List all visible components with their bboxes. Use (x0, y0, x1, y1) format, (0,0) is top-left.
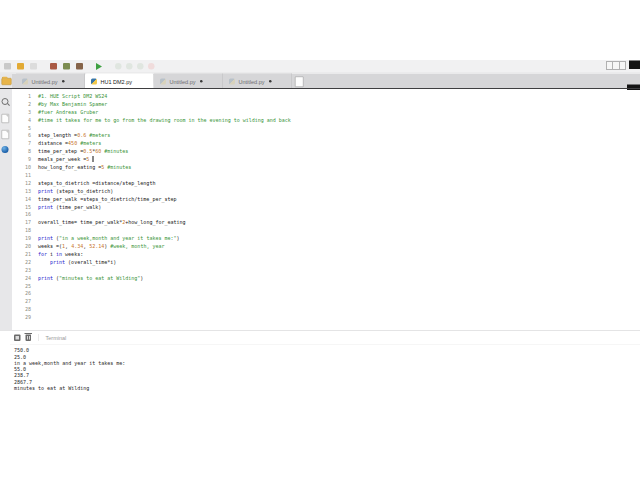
code-line[interactable]: 25 (12, 282, 291, 290)
code-line[interactable]: 19print ("in a week,month and year it ta… (12, 234, 291, 242)
tool-icon-3[interactable] (76, 63, 83, 70)
new-tab-button[interactable] (295, 77, 304, 88)
tab-label: Untitled.py (32, 78, 58, 84)
code-line[interactable]: 11 (12, 171, 291, 179)
run-icon[interactable] (96, 63, 102, 70)
code-line[interactable]: 5 (12, 124, 291, 132)
code-line[interactable]: 7distance =450 #meters (12, 139, 291, 147)
python-file-icon (160, 78, 166, 84)
screen-edge-artifact-top (629, 61, 640, 70)
code-line[interactable]: 12steps_to_dietrich =distance/step_lengt… (12, 179, 291, 187)
code-text: print ("in a week,month and year it take… (38, 235, 180, 241)
tool-icon-1[interactable] (50, 63, 57, 70)
code-text: #by Max Benjamin Spamer (38, 101, 107, 107)
code-line[interactable]: 23 (12, 266, 291, 274)
line-number: 2 (12, 101, 38, 107)
tab-1[interactable]: Untitled.py (16, 74, 85, 90)
code-line[interactable]: 26 (12, 289, 291, 297)
code-line[interactable]: 10how_long_for_eating =5 #minutes (12, 163, 291, 171)
code-line[interactable]: 8time_per_step =0.5*60 #minutes (12, 147, 291, 155)
modified-indicator (62, 80, 65, 83)
line-number: 1 (12, 93, 38, 99)
code-text: #1. HUE Script DM2 WS24 (38, 93, 107, 99)
code-text: distance =450 #meters (38, 141, 101, 147)
sidebar-strip (0, 74, 12, 331)
screenshot-root: Untitled.pyHU1 DM2.pyUntitled.pyUntitled… (0, 0, 640, 480)
tab-label: HU1 DM2.py (101, 78, 132, 84)
code-text: steps_to_dietrich =distance/step_length (38, 180, 155, 186)
tab-label: Untitled.py (170, 78, 196, 84)
tab-2[interactable]: HU1 DM2.py (85, 74, 154, 90)
terminal-output-line: in a week,month and year it takes me: (14, 360, 125, 366)
code-text: step_length =0.6 #meters (38, 133, 110, 139)
code-line[interactable]: 20weeks =(1, 4.34, 52.14) #week, month, … (12, 242, 291, 250)
globe-icon[interactable] (2, 146, 9, 153)
code-line[interactable]: 13print (steps_to_dietrich) (12, 187, 291, 195)
folder-icon[interactable] (2, 78, 12, 85)
line-number: 22 (12, 259, 38, 265)
python-file-icon (229, 78, 235, 84)
line-number: 7 (12, 141, 38, 147)
line-number: 8 (12, 148, 38, 154)
terminal-title: Terminal (46, 335, 67, 341)
tab-4[interactable]: Untitled.py (223, 74, 292, 90)
line-number: 26 (12, 291, 38, 297)
code-line[interactable]: 14time_per_walk =steps_to_dietrich/time_… (12, 195, 291, 203)
toolbar-group-1 (4, 63, 37, 70)
line-number: 12 (12, 180, 38, 186)
python-file-icon (22, 78, 28, 84)
tabbar-underline (0, 88, 640, 89)
step-icon-2[interactable] (126, 63, 133, 70)
view-switcher[interactable] (606, 62, 626, 70)
code-line[interactable]: 18 (12, 226, 291, 234)
terminal-panel[interactable]: Terminal 750.025.0in a week,month and ye… (0, 330, 640, 409)
terminal-output-line: minutes to eat at Wilding (14, 385, 125, 391)
tool-icon-2[interactable] (63, 63, 70, 70)
file-icon[interactable] (2, 130, 10, 139)
terminal-header-divider (38, 334, 39, 341)
code-text: print ("minutes to eat at Wilding") (38, 275, 143, 281)
code-line[interactable]: 28 (12, 305, 291, 313)
code-text: print (time_per_walk) (38, 204, 101, 210)
code-line[interactable]: 22 print (overall_time*i) (12, 258, 291, 266)
code-line[interactable]: 3#fuer Andreas Gruber (12, 108, 291, 116)
code-text: #fuer Andreas Gruber (38, 109, 98, 115)
search-icon[interactable] (2, 98, 9, 105)
step-icon-3[interactable] (137, 63, 144, 70)
tab-bar: Untitled.pyHU1 DM2.pyUntitled.pyUntitled… (0, 74, 640, 90)
code-line[interactable]: 1#1. HUE Script DM2 WS24 (12, 92, 291, 100)
open-file-icon[interactable] (17, 63, 24, 70)
script-file-icon[interactable] (2, 114, 10, 123)
code-line[interactable]: 27 (12, 297, 291, 305)
text-cursor (93, 156, 94, 162)
code-text: print (steps_to_dietrich) (38, 188, 113, 194)
save-file-icon[interactable] (30, 63, 37, 70)
code-line[interactable]: 29 (12, 313, 291, 321)
toolbar-group-4 (115, 63, 155, 70)
code-line[interactable]: 6step_length =0.6 #meters (12, 131, 291, 139)
code-line[interactable]: 24print ("minutes to eat at Wilding") (12, 274, 291, 282)
clear-output-icon[interactable] (26, 334, 32, 341)
line-number: 21 (12, 251, 38, 257)
copy-output-icon[interactable] (14, 334, 21, 341)
code-line[interactable]: 17overall_time= time_per_walk*2+how_long… (12, 218, 291, 226)
code-editor[interactable]: 1#1. HUE Script DM2 WS242#by Max Benjami… (12, 90, 640, 330)
code-text: for i in weeks: (38, 251, 83, 257)
step-icon-1[interactable] (115, 63, 122, 70)
new-file-icon[interactable] (4, 63, 11, 70)
terminal-header: Terminal (10, 331, 640, 346)
ide-window: Untitled.pyHU1 DM2.pyUntitled.pyUntitled… (0, 0, 640, 480)
code-line[interactable]: 21for i in weeks: (12, 250, 291, 258)
code-line[interactable]: 9meals_per_week =5 (12, 155, 291, 163)
stop-icon[interactable] (148, 63, 155, 70)
code-line[interactable]: 16 (12, 210, 291, 218)
code-line[interactable]: 2#by Max Benjamin Spamer (12, 100, 291, 108)
line-number: 28 (12, 306, 38, 312)
view-switcher-segment-3[interactable] (620, 62, 626, 69)
line-number: 27 (12, 299, 38, 305)
code-line[interactable]: 4#time it takes for me to go from the dr… (12, 116, 291, 124)
code-line[interactable]: 15print (time_per_walk) (12, 203, 291, 211)
modified-indicator (200, 80, 203, 83)
tab-3[interactable]: Untitled.py (154, 74, 223, 90)
code-text: meals_per_week =5 (38, 156, 94, 162)
